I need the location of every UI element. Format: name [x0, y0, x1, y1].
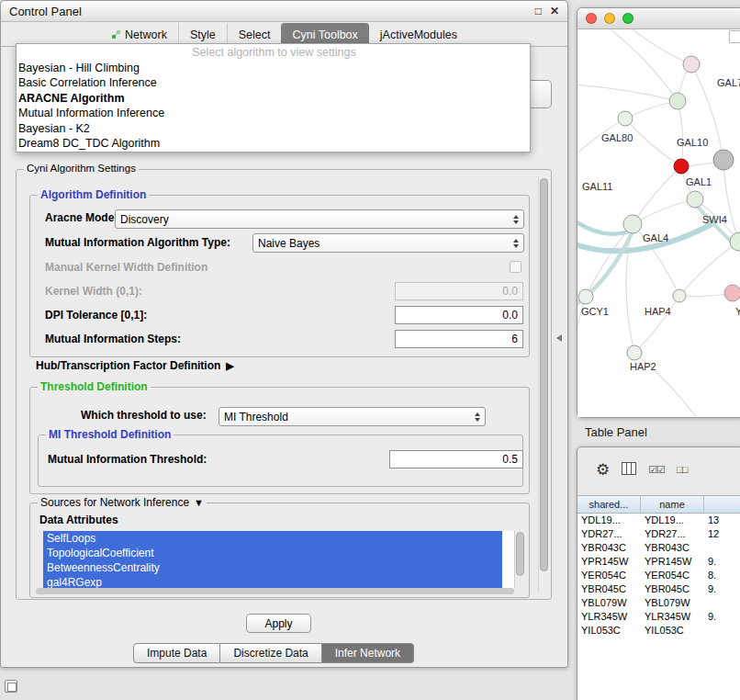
network-node[interactable] [673, 289, 686, 302]
table-row[interactable]: YBL079WYBL079W [577, 596, 740, 610]
network-node[interactable] [674, 159, 689, 174]
close-icon[interactable]: ✕ [550, 6, 559, 17]
node-label: GAL10 [677, 137, 708, 148]
bottom-tab-infer-network[interactable]: Infer Network [322, 643, 414, 663]
network-node[interactable] [713, 150, 734, 170]
attribute-betweennesscentrality[interactable]: BetweennessCentrality [43, 560, 502, 575]
network-node[interactable] [687, 191, 703, 208]
aracne-mode-select[interactable]: Discovery [115, 209, 524, 229]
dpi-tolerance-input[interactable]: 0.0 [395, 306, 523, 324]
columns-icon[interactable] [622, 462, 636, 478]
float-window-icon[interactable]: □ [535, 6, 542, 17]
settings-group-title: Cyni Algorithm Settings [24, 163, 139, 174]
network-edge[interactable] [634, 296, 679, 353]
bottom-tab-impute-data[interactable]: Impute Data [133, 643, 220, 663]
window-title: Control Panel [9, 5, 527, 18]
data-attributes-list[interactable]: SelfLoopsTopologicalCoefficientBetweenne… [43, 531, 514, 588]
network-node[interactable] [578, 289, 593, 304]
table-row[interactable]: YIL053CYIL053C [577, 624, 740, 638]
network-node[interactable] [730, 232, 740, 251]
hub-transcription-factor-section[interactable]: Hub/Transcription Factor Definition ▶ [36, 359, 234, 372]
close-traffic-light[interactable] [586, 13, 597, 24]
column-header-name[interactable]: name [641, 496, 704, 514]
algorithm-select-fragment[interactable] [531, 80, 552, 108]
scrollbar-thumb[interactable] [540, 178, 548, 571]
network-window-titlebar[interactable] [577, 8, 740, 29]
popup-item-mutual-information-inference[interactable]: Mutual Information Inference [17, 106, 530, 121]
attribute-selfloops[interactable]: SelfLoops [43, 531, 502, 546]
network-edge[interactable] [678, 101, 683, 166]
horizontal-scrollbar[interactable] [36, 588, 514, 594]
table-row[interactable]: YBR043CYBR043C [577, 541, 740, 555]
cyni-algorithm-settings-group: Cyni Algorithm Settings Algorithm Defini… [16, 169, 552, 600]
apply-button[interactable]: Apply [246, 614, 311, 633]
node-label: GAL1 [686, 176, 712, 187]
hub-section-label: Hub/Transcription Factor Definition [36, 359, 220, 372]
attributes-list-scrollbar[interactable] [514, 531, 526, 588]
node-label: SWI4 [702, 214, 727, 225]
network-edge[interactable] [633, 199, 695, 224]
gear-icon[interactable]: ⚙ [596, 462, 610, 478]
manual-kernel-width-checkbox[interactable] [510, 261, 521, 273]
panel-divider-handle[interactable] [556, 334, 562, 342]
network-node[interactable] [724, 285, 740, 301]
network-node[interactable] [623, 215, 642, 233]
mi-steps-input[interactable]: 6 [395, 330, 523, 348]
network-node[interactable] [627, 345, 642, 360]
node-label: GAL4 [643, 232, 668, 243]
network-node[interactable] [618, 111, 633, 126]
network-canvas[interactable]: GAL7GAL80GAL10GAL11GAL1SWI4GAL4GCY1HAP4Y… [577, 29, 740, 417]
mi-threshold-title: MI Threshold Definition [46, 428, 174, 441]
mi-algorithm-type-select[interactable]: Naive Bayes [252, 233, 524, 253]
attribute-topologicalcoefficient[interactable]: TopologicalCoefficient [43, 546, 502, 560]
scrollbar-thumb[interactable] [516, 532, 524, 576]
table-cell: YDL19... [641, 514, 704, 527]
threshold-type-select[interactable]: MI Threshold [219, 407, 486, 426]
network-node[interactable] [669, 93, 686, 109]
network-graph[interactable]: GAL7GAL80GAL10GAL11GAL1SWI4GAL4GCY1HAP4Y… [577, 29, 740, 417]
column-header-shared[interactable]: shared... [577, 496, 641, 514]
network-edge[interactable] [723, 160, 739, 242]
network-edge[interactable] [625, 119, 681, 166]
mi-threshold-input[interactable]: 0.5 [389, 450, 523, 469]
popup-item-dream8-dc-tdc-algorithm[interactable]: Dream8 DC_TDC Algorithm [17, 136, 530, 152]
node-label: GAL11 [582, 181, 612, 192]
mi-threshold-definition-group: MI Threshold Definition Mutual Informati… [38, 435, 523, 487]
table-cell: YIL053C [577, 624, 641, 638]
aracne-mode-value: Discovery [120, 213, 510, 226]
deselect-all-icon[interactable]: □□ [677, 465, 687, 475]
minimized-panel-icon[interactable] [5, 680, 17, 693]
control-panel-titlebar[interactable]: Control Panel □ ✕ [1, 1, 567, 22]
node-label: Y [735, 306, 740, 317]
zoom-traffic-light[interactable] [622, 13, 633, 24]
table-row[interactable]: YER054CYER054C8. [577, 569, 740, 582]
sources-section[interactable]: Sources for Network Inference ▼ [38, 496, 207, 509]
settings-scrollbar[interactable] [538, 176, 550, 592]
popup-item-basic-correlation-inference[interactable]: Basic Correlation Inference [17, 75, 530, 91]
sources-title: Sources for Network Inference [40, 496, 189, 509]
network-edge[interactable] [633, 166, 681, 224]
popup-item-bayesian-hill-climbing[interactable]: Bayesian - Hill Climbing [17, 61, 530, 76]
table-row[interactable]: YPR145WYPR145W9. [577, 555, 740, 569]
select-all-icon[interactable]: ☑☑ [648, 465, 665, 475]
table-row[interactable]: YLR345WYLR345W9. [577, 610, 740, 624]
network-edge[interactable] [577, 85, 678, 101]
table-cell [704, 624, 740, 638]
minimize-traffic-light[interactable] [604, 13, 615, 24]
table-row[interactable]: YDL19...YDL19...13 [577, 514, 740, 527]
popup-item-bayesian-k2[interactable]: Bayesian - K2 [17, 121, 530, 137]
bottom-tab-discretize-data[interactable]: Discretize Data [220, 643, 321, 663]
attribute-gal4rgexp[interactable]: gal4RGexp [43, 575, 502, 588]
column-header-col2[interactable] [704, 496, 740, 514]
table-cell: YBR043C [641, 541, 704, 555]
network-edge[interactable] [633, 29, 691, 64]
table-cell: 8. [704, 569, 740, 582]
network-node[interactable] [683, 56, 700, 73]
table-cell: 9. [704, 582, 740, 596]
table-toolbar: ⚙ ☑☑ □□ [577, 457, 687, 482]
popup-item-aracne-algorithm[interactable]: ARACNE Algorithm [17, 91, 530, 107]
table-cell: YDL19... [577, 514, 641, 527]
table-row[interactable]: YDR27...YDR27...12 [577, 527, 740, 541]
expanded-arrow-icon: ▼ [194, 497, 204, 508]
table-row[interactable]: YBR045CYBR045C9. [577, 582, 740, 596]
